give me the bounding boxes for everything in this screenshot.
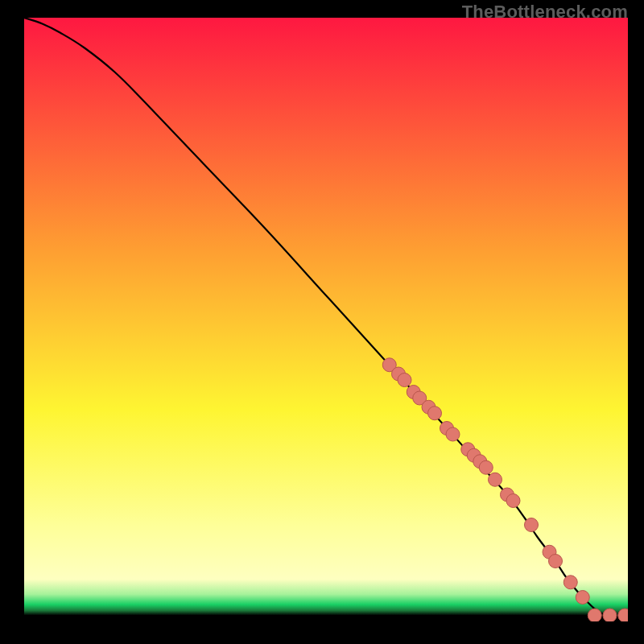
data-markers-group — [382, 358, 628, 621]
data-marker — [506, 494, 520, 508]
chart-curve-layer — [24, 18, 628, 621]
data-marker — [549, 555, 563, 568]
data-marker — [564, 576, 577, 589]
data-marker — [446, 427, 460, 441]
data-marker — [489, 473, 502, 486]
data-marker — [618, 609, 628, 621]
chart-plot-area — [24, 18, 628, 621]
data-marker — [479, 460, 493, 474]
data-marker — [588, 609, 601, 621]
data-marker — [576, 591, 589, 605]
data-marker — [603, 609, 617, 621]
data-marker — [428, 407, 442, 420]
data-marker — [398, 374, 411, 387]
data-marker — [525, 518, 539, 532]
